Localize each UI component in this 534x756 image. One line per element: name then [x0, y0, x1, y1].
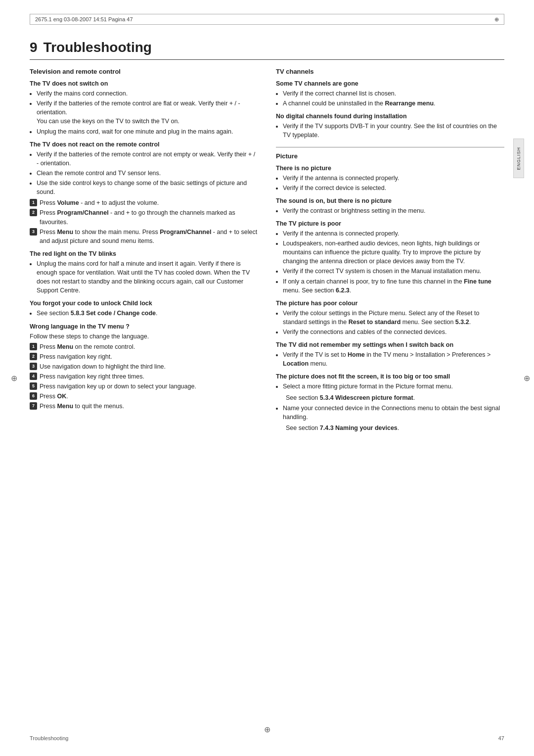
list-item: Verify the mains cord connection. — [37, 89, 258, 98]
list-item: Name your connected device in the Connec… — [283, 404, 504, 422]
list-item: Verify if the antenna is connected prope… — [283, 229, 504, 238]
list-item: Verify if the batteries of the remote co… — [37, 99, 258, 126]
picture-poor-list: Verify if the antenna is connected prope… — [283, 229, 504, 295]
sub-channels-gone: Some TV channels are gone — [276, 80, 504, 87]
list-item: Select a more fitting picture format in … — [283, 382, 504, 391]
picture-fit-list2: Name your connected device in the Connec… — [283, 404, 504, 422]
list-item: Clean the remote control and TV sensor l… — [37, 169, 258, 178]
list-item: If only a certain channel is poor, try t… — [283, 277, 504, 295]
list-item: Verify if the antenna is connected prope… — [283, 174, 504, 183]
poor-colour-list: Verify the colour settings in the Pictur… — [283, 309, 504, 336]
num-badge-1: 1 — [30, 343, 37, 350]
list-item: Use the side control keys to change some… — [37, 179, 258, 196]
num-badge-4: 4 — [30, 373, 37, 380]
list-item: Verify if the correct TV system is chose… — [283, 267, 504, 276]
tv-no-react-list: Verify if the batteries of the remote co… — [37, 150, 258, 197]
section-picture-heading: Picture — [276, 152, 504, 160]
header-crosshair: ⊕ — [494, 16, 499, 23]
no-picture-list: Verify if the antenna is connected prope… — [283, 174, 504, 192]
list-item: Verify if the TV is set to Home in the T… — [283, 350, 504, 368]
settings-forgotten-list: Verify if the TV is set to Home in the T… — [283, 350, 504, 368]
side-tab: ENGLISH — [513, 139, 524, 178]
list-item: 7Press Menu to quit the menus. — [30, 402, 258, 411]
sub-picture-fit: The picture does not fit the screen, it … — [276, 373, 504, 380]
sound-no-picture-list: Verify the contrast or brightness settin… — [283, 206, 504, 215]
chapter-number: 9 — [30, 40, 38, 55]
list-item: 1Press Volume - and + to adjust the volu… — [30, 198, 258, 207]
chapter-divider — [30, 59, 504, 60]
wrong-lang-intro: Follow these steps to change the languag… — [30, 332, 258, 341]
list-item: Loudspeakers, non-earthed audio devices,… — [283, 239, 504, 266]
footer: Troubleshooting 47 — [30, 735, 504, 741]
tv-no-react-numbered: 1Press Volume - and + to adjust the volu… — [30, 198, 258, 245]
header-bar: 2675.1 eng 03-08-2007 14:51 Pagina 47 ⊕ — [30, 14, 504, 25]
left-column: Television and remote control The TV doe… — [30, 68, 258, 434]
num-badge-2: 2 — [30, 209, 37, 216]
section-tv-remote-heading: Television and remote control — [30, 68, 258, 75]
page: ⊕ 2675.1 eng 03-08-2007 14:51 Pagina 47 … — [0, 0, 534, 756]
picture-fit-list: Select a more fitting picture format in … — [283, 382, 504, 391]
right-column: TV channels Some TV channels are gone Ve… — [276, 68, 504, 434]
sub-tv-no-react: The TV does not react on the remote cont… — [30, 141, 258, 148]
list-item: 1Press Menu on the remote control. — [30, 342, 258, 351]
chapter-title: Troubleshooting — [44, 40, 152, 55]
list-item: 3Press Menu to show the main menu. Press… — [30, 228, 258, 245]
header-text: 2675.1 eng 03-08-2007 14:51 Pagina 47 — [35, 16, 133, 22]
list-item: Verify if the correct device is selected… — [283, 184, 504, 192]
list-item: Verify if the batteries of the remote co… — [37, 150, 258, 168]
chapter-heading: 9 Troubleshooting — [30, 40, 504, 55]
picture-fit-see1: See section 5.3.4 Widescreen picture for… — [286, 393, 504, 402]
bottom-crosshair: ⊕ — [264, 725, 270, 734]
num-badge-7: 7 — [30, 402, 37, 410]
tv-no-switch-on-list: Verify the mains cord connection. Verify… — [37, 89, 258, 136]
list-item: Verify the contrast or brightness settin… — [283, 206, 504, 215]
num-badge-2: 2 — [30, 353, 37, 360]
sub-sound-no-picture: The sound is on, but there is no picture — [276, 197, 504, 204]
list-item: 6Press OK. — [30, 392, 258, 401]
num-badge-5: 5 — [30, 382, 37, 390]
list-item: 3Use navigation down to highlight the th… — [30, 362, 258, 371]
list-item: Unplug the mains cord for half a minute … — [37, 259, 258, 295]
list-item: Verify if the correct channel list is ch… — [283, 89, 504, 98]
sub-child-lock: You forgot your code to unlock Child loc… — [30, 300, 258, 307]
list-item: 4Press navigation key right three times. — [30, 372, 258, 381]
side-tab-label: ENGLISH — [516, 147, 521, 170]
num-badge-3: 3 — [30, 228, 37, 236]
main-content: ENGLISH 9 Troubleshooting Television and… — [30, 40, 504, 726]
sub-picture-poor: The TV picture is poor — [276, 220, 504, 227]
red-light-list: Unplug the mains cord for half a minute … — [37, 259, 258, 295]
right-crosshair: ⊕ — [524, 374, 530, 383]
list-item: Verify if the TV supports DVB-T in your … — [283, 122, 504, 140]
num-badge-1: 1 — [30, 199, 37, 206]
list-item: Verify the colour settings in the Pictur… — [283, 309, 504, 327]
list-item: See section 5.8.3 Set code / Change code… — [37, 309, 258, 318]
two-col-layout: Television and remote control The TV doe… — [30, 68, 504, 434]
no-digital-list: Verify if the TV supports DVB-T in your … — [283, 122, 504, 140]
sub-no-picture: There is no picture — [276, 165, 504, 172]
list-item: Unplug the mains cord, wait for one minu… — [37, 127, 258, 136]
sub-wrong-language: Wrong language in the TV menu ? — [30, 323, 258, 330]
sub-poor-colour: The picture has poor colour — [276, 300, 504, 307]
footer-left: Troubleshooting — [30, 735, 68, 741]
wrong-lang-numbered: 1Press Menu on the remote control. 2Pres… — [30, 342, 258, 411]
list-item: 2Press Program/Channel - and + to go thr… — [30, 208, 258, 226]
picture-section-divider — [276, 147, 504, 147]
num-badge-6: 6 — [30, 392, 37, 400]
picture-fit-see2: See section 7.4.3 Naming your devices. — [286, 424, 504, 432]
list-item: Verify the connections and cables of the… — [283, 328, 504, 336]
channels-gone-list: Verify if the correct channel list is ch… — [283, 89, 504, 108]
sub-tv-no-switch-on: The TV does not switch on — [30, 80, 258, 87]
num-badge-3: 3 — [30, 363, 37, 370]
list-item: A channel could be uninstalled in the Re… — [283, 99, 504, 108]
left-crosshair: ⊕ — [11, 374, 17, 383]
footer-right: 47 — [498, 735, 504, 741]
sub-no-digital: No digital channels found during install… — [276, 113, 504, 120]
list-item: 2Press navigation key right. — [30, 352, 258, 361]
sub-settings-forgotten: The TV did not remember my settings when… — [276, 341, 504, 348]
sub-red-light: The red light on the TV blinks — [30, 250, 258, 257]
section-tv-channels-heading: TV channels — [276, 68, 504, 75]
list-item: 5Press navigation key up or down to sele… — [30, 382, 258, 391]
child-lock-list: See section 5.8.3 Set code / Change code… — [37, 309, 258, 318]
